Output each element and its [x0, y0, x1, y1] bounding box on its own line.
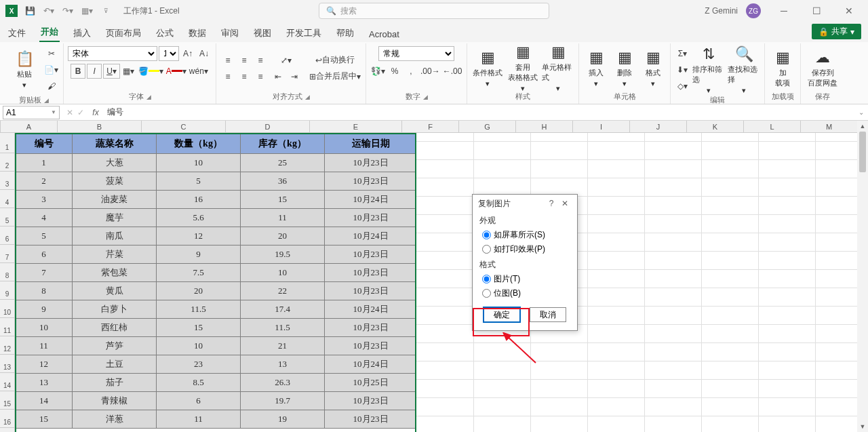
data-cell[interactable]: 芹菜	[73, 246, 157, 264]
ok-button[interactable]: 确定	[484, 307, 520, 322]
data-cell[interactable]: 10月23日	[325, 337, 417, 355]
tab-acrobat[interactable]: Acrobat	[368, 26, 401, 42]
minimize-button[interactable]: ─	[770, 1, 797, 20]
data-cell[interactable]: 13	[16, 374, 73, 392]
data-cell[interactable]: 19	[241, 410, 325, 429]
percent-button[interactable]: %	[387, 64, 402, 79]
tab-view[interactable]: 视图	[252, 24, 273, 42]
data-cell[interactable]: 油麦菜	[73, 191, 157, 209]
row-header-3[interactable]: 3	[0, 172, 14, 190]
copy-button[interactable]: 📄▾	[43, 62, 59, 77]
align-center[interactable]: ≡	[237, 69, 252, 84]
indent-increase[interactable]: ⇥	[287, 69, 302, 84]
name-box[interactable]: A1▼	[3, 106, 60, 119]
cancel-button[interactable]: 取消	[530, 307, 566, 322]
vertical-scrollbar[interactable]: ▲ ▼	[857, 121, 868, 432]
data-cell[interactable]: 7.5	[157, 264, 241, 282]
data-cell[interactable]: 12	[16, 355, 73, 374]
data-cell[interactable]: 10	[157, 337, 241, 355]
number-format-select[interactable]: 常规	[378, 46, 454, 61]
data-cell[interactable]: 9	[157, 246, 241, 264]
data-cell[interactable]: 芦笋	[73, 337, 157, 355]
maximize-button[interactable]: ☐	[803, 1, 830, 20]
find-select-button[interactable]: 🔍查找和选择▾	[728, 48, 760, 92]
font-size-select[interactable]: 14	[159, 46, 179, 61]
data-cell[interactable]: 10月23日	[325, 282, 417, 300]
data-cell[interactable]: 23	[157, 355, 241, 374]
align-launcher-icon[interactable]: ◢	[305, 94, 310, 100]
data-cell[interactable]: 11.5	[157, 300, 241, 319]
search-box[interactable]: 🔍 搜索	[319, 3, 549, 19]
data-cell[interactable]: 土豆	[73, 355, 157, 374]
data-cell[interactable]: 魔芋	[73, 209, 157, 227]
data-cell[interactable]: 青辣椒	[73, 392, 157, 410]
table-format-button[interactable]: ▦套用 表格格式▾	[507, 47, 539, 90]
tab-data[interactable]: 数据	[187, 24, 208, 42]
increase-decimal[interactable]: .00→	[420, 64, 441, 79]
tab-review[interactable]: 审阅	[220, 24, 240, 42]
qat-custom-icon[interactable]: ▦▾	[80, 4, 94, 18]
data-cell[interactable]: 36	[241, 172, 325, 191]
decrease-decimal[interactable]: ←.00	[442, 64, 463, 79]
underline-button[interactable]: U▾	[103, 64, 120, 79]
data-cell[interactable]: 10月25日	[325, 374, 417, 392]
row-header-12[interactable]: 12	[0, 336, 14, 355]
wrap-text-button[interactable]: ↩ 自动换行	[309, 53, 361, 68]
data-cell[interactable]: 白萝卜	[73, 300, 157, 319]
data-cell[interactable]: 10月23日	[325, 172, 417, 191]
insert-cells-button[interactable]: ▦插入▾	[583, 47, 609, 90]
data-cell[interactable]: 7	[16, 264, 73, 282]
cancel-edit-icon[interactable]: ✕	[66, 108, 73, 117]
data-cell[interactable]: 8	[16, 282, 73, 300]
data-cell[interactable]: 10月24日	[325, 227, 417, 246]
data-cell[interactable]: 15	[16, 410, 73, 429]
data-cell[interactable]: 12	[157, 227, 241, 246]
data-cell[interactable]: 6	[157, 392, 241, 410]
expand-formula-icon[interactable]: ⌄	[854, 109, 868, 116]
format-cells-button[interactable]: ▦格式▾	[640, 47, 666, 90]
data-cell[interactable]: 19.5	[241, 246, 325, 264]
autosum-button[interactable]: Σ▾	[675, 46, 690, 61]
data-cell[interactable]: 6	[16, 246, 73, 264]
tab-file[interactable]: 文件	[7, 24, 27, 42]
data-cell[interactable]: 17.4	[241, 300, 325, 319]
font-launcher-icon[interactable]: ◢	[146, 94, 151, 100]
namebox-dropdown-icon[interactable]: ▼	[51, 109, 56, 115]
orientation-button[interactable]: ⤢▾	[271, 53, 302, 68]
data-cell[interactable]: 16	[157, 191, 241, 209]
row-header-8[interactable]: 8	[0, 263, 14, 281]
radio-bitmap[interactable]: 位图(B)	[473, 286, 577, 300]
data-cell[interactable]: 25	[241, 154, 325, 172]
account-name[interactable]: Z Gemini	[705, 6, 738, 16]
tab-home[interactable]: 开始	[39, 23, 60, 42]
data-cell[interactable]: 10月23日	[325, 209, 417, 227]
row-header-2[interactable]: 2	[0, 153, 14, 172]
fill-color-button[interactable]: 🪣▾	[138, 64, 164, 79]
confirm-edit-icon[interactable]: ✓	[77, 108, 84, 117]
row-header-5[interactable]: 5	[0, 208, 14, 227]
redo-icon[interactable]: ↷▾	[61, 4, 75, 18]
data-cell[interactable]: 南瓜	[73, 227, 157, 246]
header-cell[interactable]: 数量（kg）	[157, 134, 241, 154]
italic-button[interactable]: I	[87, 64, 102, 79]
data-cell[interactable]: 14	[16, 392, 73, 410]
row-header-16[interactable]: 16	[0, 410, 14, 428]
data-cell[interactable]: 西红柿	[73, 319, 157, 337]
qat-more-icon[interactable]: ⊽	[99, 4, 113, 18]
data-cell[interactable]: 20	[241, 227, 325, 246]
data-cell[interactable]: 10月24日	[325, 300, 417, 319]
close-button[interactable]: ✕	[835, 1, 863, 20]
scroll-thumb[interactable]	[859, 132, 866, 172]
data-cell[interactable]: 13	[241, 355, 325, 374]
row-header-4[interactable]: 4	[0, 190, 14, 208]
tab-help[interactable]: 帮助	[335, 24, 355, 42]
row-header-17[interactable]: 17	[0, 428, 14, 432]
data-cell[interactable]: 10月23日	[325, 319, 417, 337]
row-header-14[interactable]: 14	[0, 373, 14, 391]
cell-styles-button[interactable]: ▦单元格样式▾	[542, 47, 574, 90]
delete-cells-button[interactable]: ▦删除▾	[612, 47, 637, 90]
tab-layout[interactable]: 页面布局	[104, 24, 142, 42]
data-cell[interactable]: 11	[241, 209, 325, 227]
data-cell[interactable]: 15	[241, 191, 325, 209]
data-cell[interactable]: 10月23日	[325, 264, 417, 282]
